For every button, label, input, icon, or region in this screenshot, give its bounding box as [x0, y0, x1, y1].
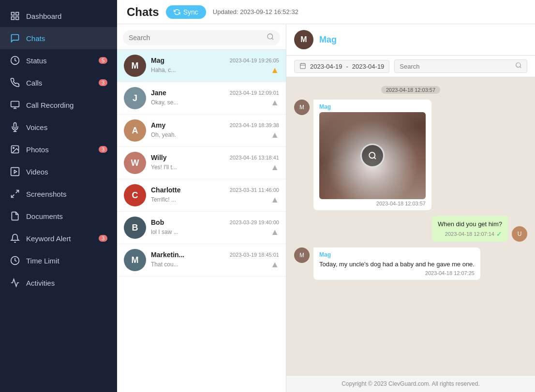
sidebar-item-label-photos: Photos: [26, 145, 49, 154]
date-from: 2023-04-19: [310, 63, 342, 70]
arrow-icon: ▲: [270, 227, 279, 237]
chat-info: Mag 2023-04-19 19:26:05 Haha, c... ▲: [151, 57, 279, 75]
sidebar-item-videos[interactable]: Videos: [0, 160, 117, 183]
chat-detail-avatar: M: [294, 30, 313, 49]
sidebar-item-dashboard[interactable]: Dashboard: [0, 5, 117, 27]
avatar: M: [124, 55, 146, 77]
sidebar-item-screenshots[interactable]: Screenshots: [0, 183, 117, 205]
image-play-overlay: [319, 112, 426, 199]
sidebar: Dashboard Chats Status 5 Calls 3: [0, 0, 117, 392]
play-button[interactable]: [360, 144, 385, 168]
videos-icon: [10, 166, 20, 177]
chat-preview: Haha, c...: [151, 67, 176, 73]
sidebar-item-keyword-alert[interactable]: Keyword Alert 3: [0, 227, 117, 249]
sidebar-item-call-recording[interactable]: Call Recording: [0, 94, 117, 116]
messages-area: 2023-04-18 12:03:57 M Mag: [286, 77, 535, 375]
chat-preview: Okay, se...: [151, 99, 178, 106]
sidebar-item-label-dashboard: Dashboard: [26, 12, 61, 20]
msg-time: 2023-04-18 12:07:25: [319, 270, 475, 276]
chat-filter-search: [394, 59, 527, 73]
msg-image[interactable]: [319, 112, 426, 199]
chat-item[interactable]: M Marketin... 2023-03-19 18:45:01 That c…: [117, 244, 286, 276]
sidebar-item-photos[interactable]: Photos 3: [0, 138, 117, 160]
arrow-icon: ▲: [270, 98, 279, 108]
filter-search-input[interactable]: [400, 63, 511, 70]
message-received: M Mag 2023-04-18 12:03:57: [294, 100, 527, 210]
chat-time: 2023-03-19 18:45:01: [230, 252, 279, 258]
chat-detail-name: Mag: [319, 35, 337, 45]
msg-text: Today, my uncle's dog had a baby and he …: [319, 260, 475, 269]
chat-name: Jane: [151, 89, 166, 97]
sent-time-text: 2023-04-18 12:07:14: [445, 231, 494, 237]
chat-item[interactable]: B Bob 2023-03-29 19:40:00 lol I saw ... …: [117, 212, 286, 244]
date-to: 2023-04-19: [352, 63, 385, 70]
chat-item[interactable]: A Amy 2023-04-19 18:39:38 Oh, yeah. ▲: [117, 115, 286, 147]
sidebar-item-voices[interactable]: Voices: [0, 116, 117, 138]
avatar: M: [124, 249, 146, 271]
svg-rect-3: [16, 17, 19, 20]
sidebar-item-label-voices: Voices: [26, 123, 47, 131]
arrow-icon: ▲: [270, 195, 279, 205]
activities-icon: [10, 277, 20, 288]
content-body: M Mag 2023-04-19 19:26:05 Haha, c... ▲: [117, 24, 535, 392]
svg-rect-5: [11, 102, 19, 107]
avatar: W: [124, 152, 146, 174]
svg-point-18: [516, 63, 520, 67]
msg-sender: Mag: [319, 251, 475, 258]
chat-item[interactable]: M Mag 2023-04-19 19:26:05 Haha, c... ▲: [117, 50, 286, 82]
page-title: Chats: [127, 5, 159, 19]
chat-filter-bar: 2023-04-19 - 2023-04-19: [286, 56, 535, 77]
calls-icon: [10, 77, 20, 88]
date-range-wrap[interactable]: 2023-04-19 - 2023-04-19: [294, 60, 389, 73]
svg-line-19: [520, 67, 521, 68]
sidebar-item-label-time-limit: Time Limit: [26, 257, 59, 265]
chat-name: Mag: [151, 57, 164, 64]
svg-rect-14: [300, 63, 306, 69]
sidebar-item-label-videos: Videos: [26, 168, 48, 176]
svg-rect-0: [12, 13, 15, 15]
msg-time: 2023-04-18 12:07:14 ✓: [438, 230, 502, 238]
avatar: C: [124, 184, 146, 206]
sidebar-item-activities[interactable]: Activities: [0, 272, 117, 294]
chat-info: Charlotte 2023-03-31 11:46:00 Terrific! …: [151, 186, 279, 205]
sidebar-item-label-status: Status: [26, 57, 47, 65]
chat-time: 2023-03-29 19:40:00: [230, 219, 279, 225]
sidebar-item-label-screenshots: Screenshots: [26, 190, 66, 198]
chat-item[interactable]: C Charlotte 2023-03-31 11:46:00 Terrific…: [117, 179, 286, 212]
chat-time: 2023-04-19 12:09:01: [230, 90, 279, 96]
sync-button[interactable]: Sync: [166, 5, 206, 19]
chat-name: Bob: [151, 218, 164, 226]
sidebar-item-label-calls: Calls: [26, 79, 42, 87]
sidebar-item-status[interactable]: Status 5: [0, 49, 117, 72]
sidebar-item-calls[interactable]: Calls 3: [0, 72, 117, 94]
chat-search-input[interactable]: [129, 34, 263, 42]
chat-detail-header: M Mag: [286, 24, 535, 56]
sidebar-item-documents[interactable]: Documents: [0, 205, 117, 227]
sidebar-item-label-chats: Chats: [26, 34, 45, 43]
svg-line-9: [16, 190, 19, 193]
avatar: J: [124, 87, 146, 109]
chat-item[interactable]: W Willy 2023-04-16 13:18:41 Yes! I'll t.…: [117, 147, 286, 179]
chat-time: 2023-04-19 19:26:05: [230, 58, 279, 63]
svg-rect-1: [16, 13, 19, 15]
chat-item[interactable]: J Jane 2023-04-19 12:09:01 Okay, se... ▲: [117, 82, 286, 115]
sidebar-item-time-limit[interactable]: Time Limit: [0, 249, 117, 272]
timestamp-text: 2023-04-18 12:03:57: [381, 86, 440, 94]
chat-info: Amy 2023-04-19 18:39:38 Oh, yeah. ▲: [151, 121, 279, 140]
sidebar-item-label-activities: Activities: [26, 279, 55, 287]
chats-icon: [10, 33, 20, 44]
calls-badge: 3: [99, 79, 107, 86]
calendar-icon: [299, 62, 306, 71]
svg-line-10: [12, 195, 15, 198]
arrow-icon: ▲: [270, 260, 279, 270]
chat-info: Willy 2023-04-16 13:18:41 Yes! I'll t...…: [151, 154, 279, 173]
sidebar-item-chats[interactable]: Chats: [0, 27, 117, 49]
star-icon: ▲: [270, 65, 279, 75]
chat-search-wrap: [123, 30, 280, 45]
chat-detail-panel: M Mag 2023-04-19 - 2023-04-19: [286, 24, 535, 392]
top-header: Chats Sync Updated: 2023-09-12 16:52:32: [117, 0, 535, 24]
svg-rect-2: [12, 17, 15, 20]
chat-info: Bob 2023-03-29 19:40:00 lol I saw ... ▲: [151, 218, 279, 237]
message-timestamp: 2023-04-18 12:03:57: [294, 85, 527, 94]
footer: Copyright © 2023 ClevGuard.com. All righ…: [286, 375, 535, 392]
